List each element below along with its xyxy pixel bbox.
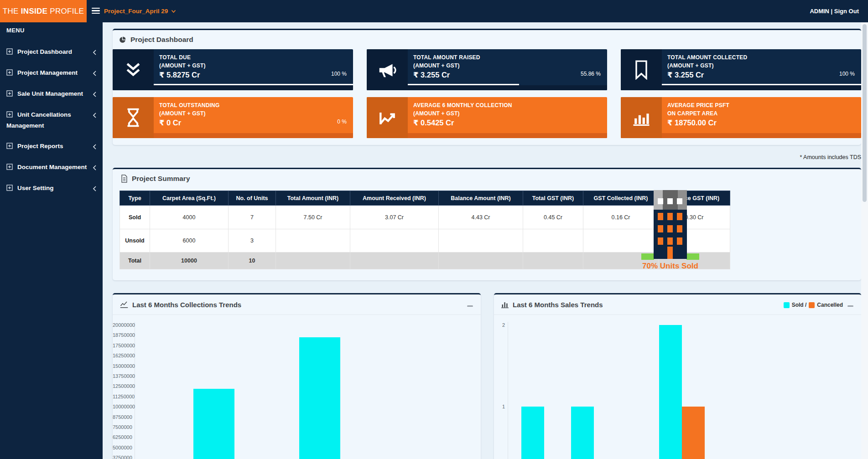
card-label: TOTAL AMOUNT RAISED <box>413 53 601 62</box>
chart-bar-value[interactable] <box>193 389 234 459</box>
chevron-left-icon <box>93 143 97 153</box>
cell: 3 <box>229 229 276 253</box>
sidebar-item-project-management[interactable]: Project Management <box>0 62 103 83</box>
card-sublabel: (AMOUNT + GST) <box>413 109 601 118</box>
panel-title: Project Summary <box>132 175 190 183</box>
bullhorn-icon <box>367 49 408 90</box>
y-axis-tick-label: 11250000 <box>113 393 131 400</box>
app-logo[interactable]: THE INSIDE PROFILE <box>0 0 87 22</box>
trending-up-icon <box>367 97 408 138</box>
stat-cards-row-2: TOTAL OUTSTANDING (AMOUNT + GST) ₹ 0 Cr … <box>113 97 861 138</box>
card-sublabel: ON CARPET AREA <box>667 109 855 118</box>
column-header: Total Amount (INR) <box>276 191 350 206</box>
card-percent: 100 % <box>839 71 855 77</box>
plus-square-icon <box>6 110 13 120</box>
y-axis-tick-label: 7500000 <box>113 424 131 430</box>
cell <box>523 253 583 269</box>
plus-square-icon <box>6 68 13 78</box>
y-axis-tick-label: 2 <box>494 322 505 328</box>
hamburger-menu-icon[interactable] <box>92 6 100 15</box>
card-progress-bar <box>662 84 861 85</box>
chart-bar-value[interactable] <box>299 337 340 459</box>
plus-square-icon <box>6 184 13 194</box>
table-header-row: Type Carpet Area (Sq.Ft.) No. of Units T… <box>120 191 730 206</box>
chevron-left-icon <box>93 90 97 100</box>
stat-card-total-amount-raised: TOTAL AMOUNT RAISED (AMOUNT + GST) ₹ 3.2… <box>367 49 607 90</box>
collections-chart-plot: 2000000018750000175000001625000015000000… <box>113 294 481 459</box>
sidebar-item-sale-unit-management[interactable]: Sale Unit Management <box>0 83 103 104</box>
card-amount: ₹ 0 Cr <box>159 119 347 127</box>
y-axis-tick-label: 17500000 <box>113 342 131 349</box>
building-icon <box>654 190 687 259</box>
column-header: Amount Received (INR) <box>350 191 439 206</box>
logo-text-bold: INSIDE <box>21 7 47 16</box>
column-header: Balance Amount (INR) <box>439 191 523 206</box>
bar-chart-icon <box>621 97 662 138</box>
y-axis-tick-label: 12500000 <box>113 383 131 389</box>
stat-card-total-due: TOTAL DUE (AMOUNT + GST) ₹ 5.8275 Cr 100… <box>113 49 353 90</box>
chevron-left-icon <box>93 69 97 79</box>
card-sublabel: (AMOUNT + GST) <box>667 62 855 70</box>
scrollbar-thumb[interactable] <box>863 24 867 202</box>
stat-cards-row-1: TOTAL DUE (AMOUNT + GST) ₹ 5.8275 Cr 100… <box>113 49 861 90</box>
table-row-unsold: Unsold 6000 3 <box>120 229 730 253</box>
card-progress-bar <box>154 84 353 85</box>
cell: 7 <box>229 206 276 229</box>
cell <box>523 229 583 253</box>
cell: 6000 <box>150 229 229 253</box>
project-summary-table: Type Carpet Area (Sq.Ft.) No. of Units T… <box>120 191 730 269</box>
row-type: Total <box>120 253 150 269</box>
page-scrollbar[interactable] <box>861 22 868 459</box>
card-progress-bar <box>408 84 607 85</box>
card-label: TOTAL AMOUNT COLLECTED <box>667 53 855 62</box>
y-axis-tick-label: 1 <box>494 403 505 410</box>
card-amount: ₹ 5.8275 Cr <box>159 71 347 79</box>
card-percent: 100 % <box>331 71 347 77</box>
y-axis-tick-label: 16250000 <box>113 352 131 359</box>
user-menu[interactable]: ADMIN | Sign Out <box>810 0 859 22</box>
sidebar-item-user-setting[interactable]: User Setting <box>0 178 103 199</box>
app-screen: THE INSIDE PROFILE Project_Four_April 29… <box>0 0 868 459</box>
sidebar-menu-heading: MENU <box>6 27 96 34</box>
grass-right <box>686 253 699 260</box>
card-label: TOTAL DUE <box>159 53 347 62</box>
project-dashboard-panel: Project Dashboard TOTAL DUE (AMOUNT + GS… <box>113 29 861 145</box>
logo-text-post: PROFILE <box>50 7 84 16</box>
y-axis-line <box>508 322 508 459</box>
sidebar-item-unit-cancellations-management[interactable]: Unit Cancellations Management <box>0 104 103 136</box>
chart-bar-sold[interactable] <box>571 407 594 459</box>
project-selector-label: Project_Four_April 29 <box>104 8 168 15</box>
cell <box>350 229 439 253</box>
chevron-left-icon <box>93 185 97 195</box>
card-amount: ₹ 3.255 Cr <box>413 71 601 79</box>
sidebar-item-project-dashboard[interactable]: Project Dashboard <box>0 41 103 62</box>
table-row-sold: Sold 4000 7 7.50 Cr 3.07 Cr 4.43 Cr 0.45… <box>120 206 730 229</box>
project-selector-dropdown[interactable]: Project_Four_April 29 <box>104 0 176 22</box>
plus-square-icon <box>6 163 13 173</box>
sidebar-menu: Project Dashboard Project Management Sal… <box>0 41 103 199</box>
card-percent: 55.86 % <box>581 71 601 77</box>
bookmark-icon <box>621 49 662 90</box>
chevron-left-icon <box>93 164 97 174</box>
sales-trends-panel: Last 6 Months Sales Trends Sold / Cancel… <box>494 293 861 459</box>
panel-header: Project Summary <box>113 169 861 183</box>
panel-title: Project Dashboard <box>130 36 193 44</box>
pie-chart-icon <box>119 36 126 44</box>
stat-card-average-monthly-collection: AVERAGE 6 MONTHLY COLLECTION (AMOUNT + G… <box>367 97 607 138</box>
card-label: AVERAGE 6 MONTHLY COLLECTION <box>413 101 601 109</box>
cell <box>439 253 523 269</box>
units-sold-caption: 70% Units Sold <box>631 262 709 271</box>
sidebar-item-document-management[interactable]: Document Management <box>0 157 103 178</box>
column-header: No. of Units <box>229 191 276 206</box>
card-amount: ₹ 3.255 Cr <box>667 71 855 79</box>
sidebar-item-label: Document Management <box>17 164 87 170</box>
sidebar-item-label: Unit Cancellations Management <box>6 111 71 129</box>
sidebar-item-project-reports[interactable]: Project Reports <box>0 136 103 157</box>
card-percent: 0 % <box>337 119 347 125</box>
chart-bar-sold[interactable] <box>521 407 544 459</box>
y-axis-tick-label: 18750000 <box>113 332 131 338</box>
building-door <box>667 247 673 259</box>
chart-bar-sold[interactable] <box>659 325 682 459</box>
column-header: Total GST (INR) <box>523 191 583 206</box>
chart-bar-cancelled[interactable] <box>682 407 705 459</box>
